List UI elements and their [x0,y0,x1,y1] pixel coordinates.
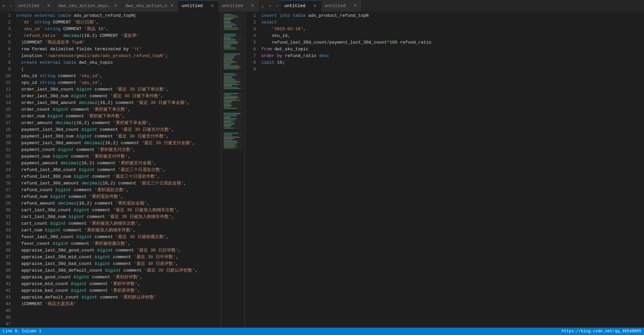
code-line: payment_count bigint comment '累积被支付次数', [16,147,221,153]
line-number: 29 [0,200,11,207]
svg-rect-55 [224,96,237,97]
status-line-col: Line 9, Column 1 [3,329,41,334]
code-line: order_num bigint comment '累积被下单件数', [16,113,221,120]
svg-rect-29 [224,56,234,57]
svg-rect-76 [224,126,230,127]
status-url: https://blog.csdn.net/qq_48548865 [561,329,641,334]
tab-prev-button[interactable]: ‹ [0,0,7,12]
tab-untitled-1[interactable]: untitled × [15,0,55,12]
line-number: 12 [0,86,11,93]
svg-rect-37 [224,67,240,68]
code-line: create external table dwt_sku_topic [16,59,221,66]
line-number: 30 [0,207,11,214]
code-content-right[interactable]: insert into table ads_product_refund_top… [259,12,644,328]
minimap-thumbnail[interactable] [223,112,243,130]
code-line: `sku_id` string COMMENT '商品 ID', [16,26,221,33]
tab-close-button[interactable]: × [169,3,175,8]
line-number: 47 [0,321,11,328]
svg-rect-2 [224,15,236,16]
tab-close-button[interactable]: × [312,3,318,9]
code-line: payment_last_30d_amount decimal(16,2) co… [16,140,221,147]
minimap-thumbnail[interactable] [223,92,243,110]
svg-rect-17 [224,38,231,39]
svg-rect-45 [224,80,236,81]
tab-bar: ‹ › untitled × dws_sku_action_daycount.s… [0,0,644,12]
line-number: 42 [0,287,11,294]
svg-rect-46 [224,81,240,82]
status-left: Line 9, Column 1 [3,329,41,334]
svg-rect-44 [224,79,235,79]
code-line: ( [16,66,221,73]
minimap-thumbnail[interactable] [223,33,243,51]
tab-dws-sku-action-c[interactable]: dws_sku_action_c × [122,0,178,12]
line-number: 41 [0,281,11,287]
right-tab-prev-button[interactable]: ‹ [266,0,274,12]
line-number: 21 [0,147,11,153]
line-number: 45 [0,308,11,314]
tab-untitled-5[interactable]: untitled × [219,0,259,12]
line-number: 7 [0,53,11,59]
svg-rect-9 [224,25,237,25]
tab-close-button[interactable]: × [113,3,118,8]
svg-rect-49 [224,86,232,86]
line-number: 14 [0,100,11,106]
tab-close-button[interactable]: × [250,3,255,8]
minimap-thumbnail[interactable] [223,52,243,71]
tab-close-button[interactable]: × [210,3,215,9]
svg-rect-47 [224,83,237,83]
svg-rect-21 [224,43,237,44]
line-number: 10 [0,73,11,79]
minimap-thumbnail[interactable] [223,13,243,31]
svg-rect-86 [224,142,238,143]
svg-rect-18 [224,39,235,40]
line-number: 2 [245,19,256,26]
tab-close-button[interactable]: × [46,3,51,8]
tab-next-button[interactable]: › [7,0,15,12]
svg-rect-43 [224,77,232,78]
right-editor-content[interactable]: 123456789 insert into table ads_product_… [245,12,644,328]
svg-rect-80 [224,134,232,135]
tab-close-button[interactable]: × [353,3,358,8]
tab-dws-sku-action-daycount[interactable]: dws_sku_action_daycount.sku_id × [55,0,122,12]
code-line: appraise_bad_count bigint comment '累积差评数… [16,287,221,294]
svg-rect-8 [224,23,234,24]
code-line: payment_last_30d_count bigint comment '最… [16,126,221,133]
svg-rect-12 [224,29,238,30]
line-number: 32 [0,220,11,227]
svg-rect-59 [224,101,232,102]
line-number: 19 [0,133,11,140]
minimap-thumbnail[interactable] [223,72,243,91]
svg-rect-72 [224,121,231,122]
right-tab-untitled-1[interactable]: untitled × [281,0,321,12]
tab-untitled-4[interactable]: untitled × [178,0,219,12]
code-line: insert into table ads_product_refund_top… [261,12,644,19]
svg-rect-66 [224,113,240,114]
svg-rect-87 [224,144,236,144]
line-number: 20 [0,140,11,147]
svg-rect-7 [224,22,231,23]
line-number: 11 [0,79,11,86]
line-number: 2 [0,19,11,26]
svg-rect-10 [224,26,232,27]
svg-rect-41 [224,75,237,75]
code-line: refund_last_30d_count bigint comment '最近… [16,167,221,173]
left-editor-content[interactable]: 1234567891011121314151617181920212223242… [0,12,221,328]
line-number: 3 [245,26,256,33]
code-line: sku_id string comment 'sku_id', [16,73,221,79]
svg-rect-16 [224,37,234,37]
line-number: 9 [0,66,11,73]
line-number: 27 [0,187,11,193]
right-tab-next-button[interactable]: › [274,0,281,12]
line-number: 6 [0,46,11,53]
left-editor-pane: 1234567891011121314151617181920212223242… [0,12,221,328]
line-number: 28 [0,193,11,200]
svg-rect-68 [224,116,236,116]
tab-overflow-button[interactable]: ⌄ [259,0,266,12]
svg-rect-33 [224,62,236,62]
svg-rect-63 [224,107,231,107]
svg-rect-27 [224,54,240,54]
code-line: cart_last_30d_num bigint comment '最近 30 … [16,214,221,220]
code-content-left[interactable]: create external table ads_product_refund… [13,12,221,328]
minimap-thumbnail[interactable] [223,131,243,150]
right-tab-untitled-2[interactable]: untitled × [321,0,362,12]
